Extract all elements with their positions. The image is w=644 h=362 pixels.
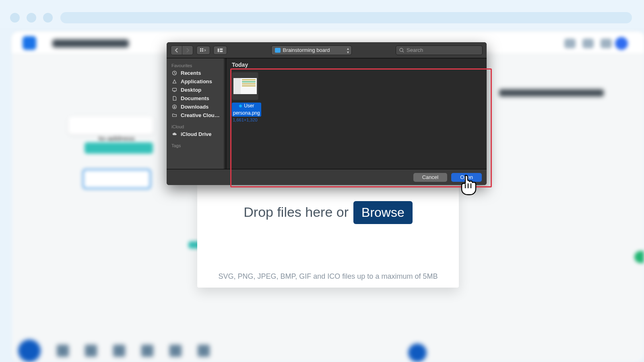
sidebar-section-header: iCloud: [167, 123, 226, 130]
nav-forward-button[interactable]: [182, 46, 193, 55]
sidebar-item-label: Downloads: [181, 104, 208, 110]
svg-rect-4: [218, 48, 219, 52]
chevron-updown-icon: ▴▾: [347, 47, 349, 54]
svg-rect-3: [202, 50, 203, 51]
dock-add-button[interactable]: [18, 339, 41, 362]
file-dimensions-label: 1,661×1,320: [232, 117, 258, 122]
file-name-label: User persona.png: [232, 103, 261, 117]
svg-line-8: [402, 51, 404, 52]
canvas-node: [83, 169, 151, 189]
dock-tool[interactable]: [57, 345, 69, 357]
window-dot: [10, 13, 20, 23]
cursor-pointer-icon: [458, 174, 477, 196]
sidebar-item-label: Recents: [181, 70, 201, 76]
sidebar-item-label: Applications: [181, 78, 212, 84]
app-header-button[interactable]: [582, 39, 594, 48]
sync-status-icon: [239, 104, 242, 108]
dialog-sidebar: Favourites Recents Applications Desktop …: [167, 58, 226, 169]
sidebar-item-creative-cloud[interactable]: Creative Clou…: [167, 111, 226, 119]
dock-tool[interactable]: [85, 345, 97, 357]
file-list-area[interactable]: Today User persona.png 1,661×1,320: [226, 58, 487, 169]
file-item-selected[interactable]: User persona.png 1,661×1,320: [232, 72, 258, 122]
help-button[interactable]: [408, 343, 427, 362]
svg-rect-10: [173, 88, 177, 91]
sidebar-item-downloads[interactable]: Downloads: [167, 103, 226, 111]
sidebar-item-label: iCloud Drive: [181, 131, 212, 137]
folder-icon: [275, 48, 281, 53]
nav-history-segment: [171, 45, 193, 55]
search-input[interactable]: Search: [396, 45, 483, 55]
sidebar-item-desktop[interactable]: Desktop: [167, 86, 226, 94]
dialog-toolbar: Brainstorming board ▴▾ Search: [167, 42, 487, 58]
dock-tool[interactable]: [169, 345, 182, 357]
browser-url-bar[interactable]: [60, 12, 632, 23]
folder-path-dropdown[interactable]: Brainstorming board ▴▾: [271, 45, 352, 55]
sidebar-item-icloud-drive[interactable]: iCloud Drive: [167, 130, 226, 138]
sidebar-item-label: Desktop: [181, 87, 201, 93]
svg-rect-1: [202, 48, 203, 49]
sidebar-item-documents[interactable]: Documents: [167, 94, 226, 103]
search-placeholder: Search: [407, 47, 423, 53]
svg-rect-6: [220, 50, 223, 52]
app-avatar[interactable]: [615, 37, 628, 50]
dock-tool[interactable]: [198, 345, 210, 357]
upload-hint: SVG, PNG, JPEG, BMP, GIF and ICO files u…: [219, 272, 438, 281]
app-title: [52, 39, 129, 47]
sidebar-item-applications[interactable]: Applications: [167, 77, 226, 86]
svg-rect-0: [200, 48, 201, 49]
file-thumbnail: [232, 72, 258, 100]
folder-path-label: Brainstorming board: [283, 47, 330, 53]
cancel-button[interactable]: Cancel: [413, 173, 447, 182]
sidebar-section-header: Favourites: [167, 62, 226, 69]
canvas-dock: [16, 339, 378, 362]
file-open-dialog: Brainstorming board ▴▾ Search Favourites…: [167, 42, 487, 185]
window-dot: [27, 13, 36, 23]
dock-tool[interactable]: [113, 345, 125, 357]
browser-chrome-bar: [0, 0, 644, 28]
browse-button[interactable]: Browse: [353, 201, 413, 224]
sidebar-item-label: Documents: [181, 95, 209, 101]
group-by-button[interactable]: [213, 46, 227, 55]
canvas-node: [634, 251, 644, 263]
canvas-text: [499, 89, 604, 97]
view-mode-button[interactable]: [196, 46, 210, 55]
app-header-button[interactable]: [601, 39, 612, 48]
svg-rect-5: [220, 48, 223, 50]
sidebar-item-recents[interactable]: Recents: [167, 69, 226, 77]
sidebar-item-label: Creative Clou…: [181, 112, 220, 118]
app-header-button[interactable]: [564, 39, 576, 48]
nav-back-button[interactable]: [171, 46, 182, 55]
canvas-node-label: to-address: [99, 134, 135, 143]
window-dot: [43, 13, 53, 23]
canvas-toolbar: [68, 117, 153, 134]
file-group-header: Today: [226, 58, 487, 70]
dock-tool[interactable]: [141, 345, 153, 357]
dialog-footer: Cancel Open: [167, 169, 487, 185]
browser-window-dots: [10, 13, 53, 23]
svg-rect-2: [200, 50, 201, 51]
svg-point-7: [400, 48, 403, 51]
search-icon: [399, 48, 404, 53]
upload-dropzone[interactable]: Drop files here or Browse SVG, PNG, JPEG…: [197, 185, 459, 288]
canvas-node: [85, 142, 153, 154]
sidebar-section-header: Tags: [167, 142, 226, 149]
upload-drop-text: Drop files here or: [244, 204, 349, 220]
app-logo-icon: [23, 36, 36, 50]
